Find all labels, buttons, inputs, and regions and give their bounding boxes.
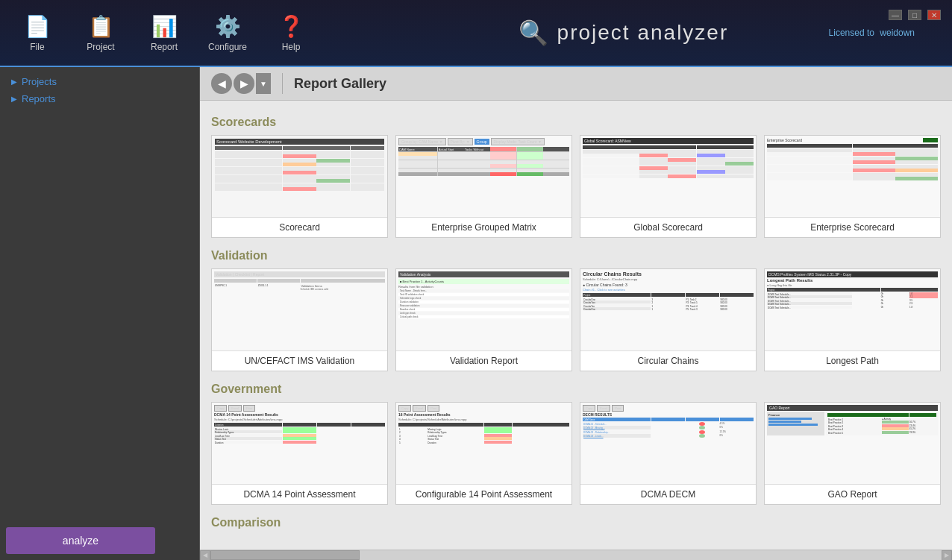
thumb-dcma-decm: Copy Excel Print DECM RESULTS CAM Name D… [580,403,756,485]
scorecard-label: Scorecard [276,218,323,237]
section-comparison: Comparison [211,516,941,529]
report-card-un-cefact[interactable]: Validation | Checklist | Report UNSPSC U… [211,268,388,371]
report-card-enterprise-grouped[interactable]: Group by: CAM Name ▼ Pivot By: ▼ Group D… [395,135,572,238]
section-government: Government [211,383,941,396]
project-button[interactable]: 📋 Project [71,5,131,61]
dcma-14-label: DCMA 14 Point Assessment [240,485,358,504]
minimize-button[interactable]: — [889,10,902,20]
gallery-title: Report Gallery [294,76,386,92]
un-cefact-label: UN/CEFACT IMS Validation [242,351,358,371]
scorecards-grid: Scorecard Website Development [211,135,941,238]
thumb-enterprise-scorecard: Enterprise Scorecard [765,136,940,218]
analyze-button[interactable]: analyze [6,527,155,554]
circular-chains-label: Circular Chains [634,351,701,371]
toolbar: 📄 File 📋 Project 📊 Report ⚙️ Configure ❓… [7,5,418,61]
license-info: Licensed to weidown [829,28,945,38]
help-icon: ❓ [278,14,304,39]
global-scorecard-label: Global Scorecard [630,218,706,237]
validation-report-label: Validation Report [447,351,521,371]
section-scorecards: Scorecards [211,116,941,129]
app-title: 🔍 project analyzer [418,19,828,47]
nav-dropdown-button[interactable]: ▼ [256,73,271,94]
window-controls: — □ ✕ [889,4,941,20]
report-card-scorecard[interactable]: Scorecard Website Development [211,135,388,238]
main-layout: ▶ Projects ▶ Reports analyze ◀ ▶ ▼ [0,67,952,560]
report-card-longest-path[interactable]: DCMS Profiles System IMS Status 2.31.3P … [764,268,941,371]
sidebar: ▶ Projects ▶ Reports analyze [0,67,200,560]
nav-buttons: ◀ ▶ ▼ [211,73,271,94]
thumb-enterprise-grouped: Group by: CAM Name ▼ Pivot By: ▼ Group D… [396,136,571,218]
arrow-icon: ▶ [11,78,17,86]
horizontal-scrollbar[interactable]: ◀ ▶ [200,550,952,560]
thumb-dcma-14: Copy Excel Print DCMA 14 Point Assessmen… [212,403,387,485]
configure-icon: ⚙️ [215,14,241,39]
enterprise-grouped-label: Enterprise Grouped Matrix [428,218,539,237]
file-button[interactable]: 📄 File [7,5,67,61]
divider [282,73,283,94]
government-grid: Copy Excel Print DCMA 14 Point Assessmen… [211,402,941,505]
report-card-global-scorecard[interactable]: Global Scorecard: ASMView [580,135,757,238]
file-icon: 📄 [25,14,51,39]
configure-button[interactable]: ⚙️ Configure [198,5,257,61]
report-card-configurable-14[interactable]: Copy Excel Print 16 Point Assessment Res… [395,402,572,505]
report-button[interactable]: 📊 Report [134,5,194,61]
project-icon: 📋 [88,14,114,39]
scroll-track [210,550,942,560]
titlebar: 📄 File 📋 Project 📊 Report ⚙️ Configure ❓… [0,0,952,67]
thumb-configurable-14: Copy Excel Print 16 Point Assessment Res… [396,403,571,485]
dcma-decm-label: DCMA DECM [638,485,698,504]
gallery-scroll[interactable]: Scorecards Scorecard Website Development [200,101,952,550]
report-card-gao[interactable]: GAO Report Finance [764,402,941,505]
thumb-circular-chains: Circular Chains Results Schedule: C:\Use… [580,269,756,351]
thumb-un-cefact: Validation | Checklist | Report UNSPSC U… [212,269,387,351]
enterprise-scorecard-label: Enterprise Scorecard [807,218,898,237]
thumb-longest-path: DCMS Profiles System IMS Status 2.31.3P … [765,269,940,351]
configurable-14-label: Configurable 14 Point Assessment [413,485,555,504]
scroll-thumb[interactable] [210,550,360,560]
report-icon: 📊 [151,14,178,39]
validation-grid: Validation | Checklist | Report UNSPSC U… [211,268,941,371]
thumb-validation-report: Validation Analysis ■ Best Practice 1 - … [396,269,571,351]
scroll-right-button[interactable]: ▶ [942,550,952,561]
report-card-dcma-14[interactable]: Copy Excel Print DCMA 14 Point Assessmen… [211,402,388,505]
longest-path-label: Longest Path [823,351,882,371]
nav-forward-button[interactable]: ▶ [234,73,254,94]
sidebar-item-reports[interactable]: ▶ Reports [0,90,199,107]
report-card-circular-chains[interactable]: Circular Chains Results Schedule: C:\Use… [580,268,757,371]
sidebar-item-projects[interactable]: ▶ Projects [0,73,199,90]
scroll-left-button[interactable]: ◀ [200,550,210,561]
report-card-validation-report[interactable]: Validation Analysis ■ Best Practice 1 - … [395,268,572,371]
gao-label: GAO Report [824,485,880,504]
report-card-enterprise-scorecard[interactable]: Enterprise Scorecard [764,135,941,238]
thumb-global-scorecard: Global Scorecard: ASMView [580,136,756,218]
thumb-gao: GAO Report Finance [765,403,940,485]
thumb-scorecard: Scorecard Website Development [212,136,387,218]
report-card-dcma-decm[interactable]: Copy Excel Print DECM RESULTS CAM Name D… [580,402,757,505]
section-validation: Validation [211,249,941,262]
help-button[interactable]: ❓ Help [261,5,321,61]
nav-back-button[interactable]: ◀ [211,73,232,94]
maximize-button[interactable]: □ [908,10,921,20]
close-button[interactable]: ✕ [927,10,941,20]
content-area: ◀ ▶ ▼ Report Gallery Scorecards Scorecar… [200,67,952,560]
gallery-header: ◀ ▶ ▼ Report Gallery [200,67,952,101]
app-logo: 🔍 [519,19,550,47]
arrow-icon-reports: ▶ [11,95,17,103]
